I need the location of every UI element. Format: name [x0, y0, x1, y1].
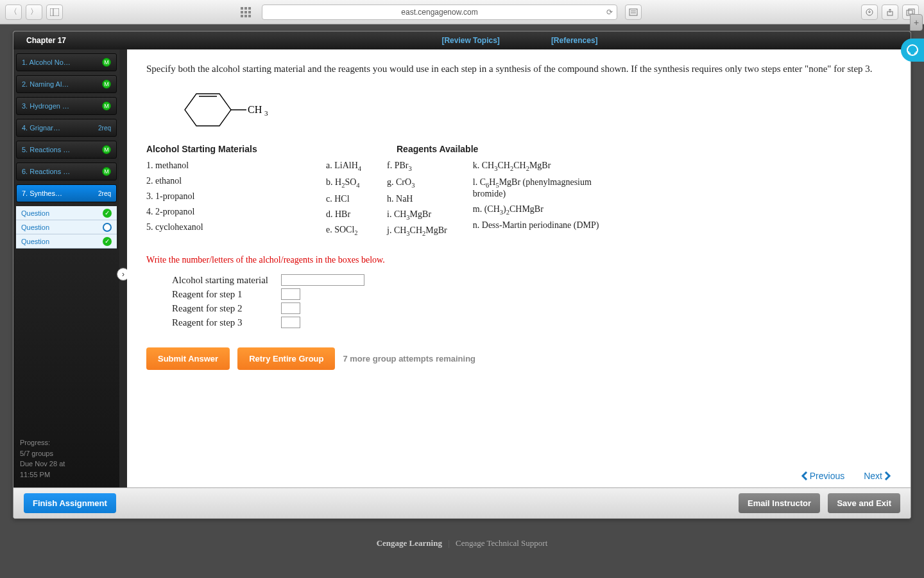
input-label: Reagent for step 2: [172, 303, 281, 314]
required-badge: 2req: [98, 125, 111, 132]
answer-inputs: Alcohol starting material Reagent for st…: [172, 274, 891, 328]
chapter-topbar: Chapter 17 [Review Topics] [References]: [13, 31, 911, 49]
sub-label: Question: [21, 209, 49, 217]
references-link[interactable]: [References]: [551, 36, 598, 45]
nav-label: 6. Reactions …: [22, 168, 70, 175]
email-instructor-button[interactable]: Email Instructor: [739, 493, 820, 513]
reagent-step2-input[interactable]: [281, 302, 300, 314]
svg-rect-8: [909, 9, 914, 14]
sub-question-3[interactable]: Question ✓: [16, 234, 117, 249]
alcohol-list: 1. methanol 2. ethanol 3. 1-propanol 4. …: [146, 161, 287, 232]
check-icon: ✓: [103, 209, 112, 218]
next-label: Next: [864, 471, 882, 481]
list-item: b. H2SO4: [326, 177, 361, 189]
svg-rect-0: [50, 8, 59, 16]
svg-text:CH: CH: [248, 104, 262, 115]
list-item: n. Dess-Martin periodinane (DMP): [473, 220, 614, 231]
nav-label: 5. Reactions …: [22, 146, 70, 153]
nav-label: 1. Alcohol No…: [22, 58, 71, 66]
assignment-window: Chapter 17 [Review Topics] [References] …: [13, 31, 911, 519]
nav-item-reactions-5[interactable]: 5. Reactions … M: [16, 141, 117, 159]
headset-icon: [905, 43, 920, 57]
list-item: f. PBr3: [387, 161, 447, 172]
url-text: east.cengagenow.com: [401, 8, 477, 17]
new-tab-button[interactable]: +: [910, 14, 923, 31]
reagent-step3-input[interactable]: [281, 317, 300, 328]
svg-text:3: 3: [264, 109, 268, 117]
browser-toolbar: 〈 〉 east.cengagenow.com ⟳: [0, 0, 924, 24]
nav-item-alcohol-no[interactable]: 1. Alcohol No… M: [16, 53, 117, 71]
footer-brand: Cengage Learning: [377, 538, 442, 548]
sidebar-divider: ›: [119, 49, 127, 487]
alcohol-starting-input[interactable]: [281, 274, 364, 286]
bottom-toolbar: Finish Assignment Email Instructor Save …: [13, 487, 911, 518]
progress-due: Due Nov 28 at: [20, 459, 65, 469]
mastered-badge-icon: M: [102, 145, 111, 154]
list-item: m. (CH3)2CHMgBr: [473, 204, 614, 216]
retry-group-button[interactable]: Retry Entire Group: [237, 347, 335, 370]
progress-block: Progress: 5/7 groups Due Nov 28 at 11:55…: [20, 437, 65, 480]
list-item: a. LiAlH4: [326, 161, 361, 172]
list-item: g. CrO3: [387, 177, 447, 189]
footer-support-link[interactable]: Cengage Technical Support: [456, 538, 547, 548]
svg-marker-9: [185, 94, 231, 126]
input-label: Alcohol starting material: [172, 275, 281, 286]
sub-question-2[interactable]: Question: [16, 220, 117, 234]
review-topics-link[interactable]: [Review Topics]: [441, 36, 499, 45]
list-item: 1. methanol: [146, 161, 287, 171]
alcohol-heading: Alcohol Starting Materials: [146, 144, 287, 154]
mastered-badge-icon: M: [102, 80, 111, 89]
reagent-step1-input[interactable]: [281, 288, 300, 300]
current-icon: [103, 223, 112, 232]
list-item: i. CH3MgBr: [387, 209, 447, 221]
nav-label: 3. Hydrogen …: [22, 102, 69, 110]
list-item: j. CH3CH2MgBr: [387, 225, 447, 237]
list-item: h. NaH: [387, 194, 447, 204]
nav-item-hydrogen[interactable]: 3. Hydrogen … M: [16, 97, 117, 115]
submit-answer-button[interactable]: Submit Answer: [146, 347, 230, 370]
nav-item-synthesis[interactable]: 7. Synthes… 2req: [16, 184, 117, 202]
svg-rect-2: [629, 9, 637, 15]
nav-label: 2. Naming Al…: [22, 80, 69, 88]
reagents-grid: a. LiAlH4 b. H2SO4 c. HCl d. HBr e. SOCl…: [326, 161, 614, 242]
save-exit-button[interactable]: Save and Exit: [828, 493, 900, 513]
list-item: 2. ethanol: [146, 176, 287, 186]
sub-label: Question: [21, 223, 49, 231]
finish-assignment-button[interactable]: Finish Assignment: [24, 493, 116, 513]
refresh-icon[interactable]: ⟳: [606, 8, 613, 17]
forward-button[interactable]: 〉: [26, 4, 42, 20]
list-item: 3. 1-propanol: [146, 191, 287, 202]
question-prompt: Specify both the alcohol starting materi…: [146, 62, 891, 76]
sub-question-1[interactable]: Question ✓: [16, 206, 117, 220]
sidebar-toggle-button[interactable]: [46, 4, 63, 20]
mastered-badge-icon: M: [102, 167, 111, 176]
sub-label: Question: [21, 238, 49, 245]
required-badge: 2req: [98, 190, 111, 197]
download-icon: [866, 8, 873, 16]
list-item: 5. cyclohexanol: [146, 222, 287, 232]
back-button[interactable]: 〈: [5, 4, 22, 20]
progress-time: 11:55 PM: [20, 469, 65, 480]
question-sidebar: 1. Alcohol No… M 2. Naming Al… M 3. Hydr…: [13, 49, 119, 487]
downloads-button[interactable]: [861, 4, 878, 20]
page-footer: Cengage Learning | Cengage Technical Sup…: [0, 538, 924, 548]
list-item: e. SOCl2: [326, 225, 361, 236]
prev-label: Previous: [810, 471, 844, 481]
address-bar[interactable]: east.cengagenow.com ⟳: [262, 4, 617, 20]
list-item: k. CH3CH2CH2MgBr: [473, 161, 614, 172]
nav-item-naming-al[interactable]: 2. Naming Al… M: [16, 75, 117, 93]
previous-link[interactable]: Previous: [801, 471, 844, 481]
top-sites-button[interactable]: [237, 4, 254, 20]
instruction-text: Write the number/letters of the alchol/r…: [146, 255, 891, 265]
nav-item-reactions-6[interactable]: 6. Reactions … M: [16, 162, 117, 180]
list-item: c. HCl: [326, 194, 361, 204]
mastered-badge-icon: M: [102, 58, 111, 67]
reader-button[interactable]: [625, 4, 642, 20]
nav-item-grignard[interactable]: 4. Grignar… 2req: [16, 119, 117, 137]
next-link[interactable]: Next: [864, 471, 891, 481]
support-chat-button[interactable]: [901, 39, 924, 62]
question-content: Specify both the alcohol starting materi…: [127, 49, 911, 487]
reader-icon: [629, 8, 638, 16]
share-button[interactable]: [882, 4, 898, 20]
nav-label: 7. Synthes…: [22, 189, 62, 197]
